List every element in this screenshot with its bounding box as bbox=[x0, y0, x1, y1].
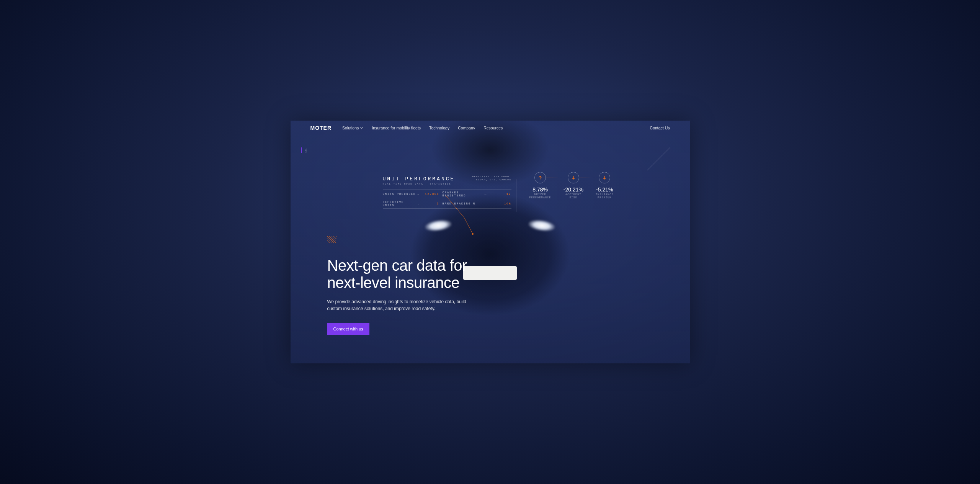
headlight-right bbox=[528, 218, 555, 232]
section-marker: 01 bbox=[301, 147, 308, 153]
hud-row: UNITS PRODUCED → 12,808 CRASHES REGISTER… bbox=[383, 189, 511, 199]
section-marker-text: 01 bbox=[304, 148, 308, 152]
metric-value: 8.78% bbox=[532, 186, 548, 193]
metric-connector bbox=[546, 178, 558, 178]
metric-label: DRIVER PERFORMANCE bbox=[529, 193, 551, 200]
nav-item-label: Technology bbox=[429, 126, 449, 130]
chevron-down-icon bbox=[360, 126, 363, 129]
metric-value: -5.21% bbox=[596, 186, 613, 193]
metric-label: ACCIDENT RISK bbox=[565, 193, 581, 200]
connect-button[interactable]: Connect with us bbox=[327, 323, 369, 335]
headlight-left bbox=[424, 218, 452, 232]
hero-page: MOTER Solutions Insurance for mobility f… bbox=[291, 121, 690, 363]
nav-item-label: Insurance for mobility fleets bbox=[372, 126, 421, 130]
hud-row-value-left: 12,808 bbox=[424, 193, 443, 196]
frame-corner-tr bbox=[647, 147, 670, 170]
hero-block: Next-gen car data for next-level insuran… bbox=[327, 257, 473, 335]
arrow-right-icon: → bbox=[417, 193, 424, 196]
metric-value: -20.21% bbox=[564, 186, 583, 193]
hud-panel: UNIT PERFORMANCE REAL-TIME ROAD DATA · S… bbox=[378, 172, 516, 212]
hud-source-line1: REAL-TIME DATA FROM: bbox=[472, 175, 511, 178]
hud-rows: UNITS PRODUCED → 12,808 CRASHES REGISTER… bbox=[383, 189, 511, 209]
hud-subtitle: REAL-TIME ROAD DATA · STATISTICS bbox=[383, 183, 511, 185]
contact-link[interactable]: Contact Us bbox=[650, 126, 670, 130]
hud-row-label-right: HARD BRAKING % bbox=[443, 202, 485, 205]
hud-row-value-right: 16% bbox=[492, 202, 511, 205]
nav-item-company[interactable]: Company bbox=[458, 126, 475, 130]
navbar: MOTER Solutions Insurance for mobility f… bbox=[291, 121, 690, 135]
hud-row: DEFECTIVE UNITS → 3 HARD BRAKING % → 16% bbox=[383, 199, 511, 209]
nav-item-resources[interactable]: Resources bbox=[483, 126, 503, 130]
hud-row-value-left: 3 bbox=[424, 202, 443, 205]
arrow-up-icon bbox=[534, 172, 546, 183]
hud-source-note: REAL-TIME DATA FROM: LIDAR, GPS, CAMERA bbox=[472, 175, 511, 182]
hud-row-label-left: UNITS PRODUCED bbox=[383, 193, 417, 196]
arrow-right-icon: → bbox=[485, 193, 492, 196]
nav-item-label: Company bbox=[458, 126, 475, 130]
brand-logo[interactable]: MOTER bbox=[310, 125, 332, 131]
hud-row-label-right: CRASHES REGISTERED bbox=[443, 191, 485, 197]
nav-links: Solutions Insurance for mobility fleets … bbox=[342, 126, 503, 130]
nav-item-label: Resources bbox=[483, 126, 503, 130]
arrow-down-icon bbox=[599, 172, 610, 183]
metric-insurance-premium: -5.21% INSURANCE PREMIUM bbox=[596, 172, 614, 200]
hud-row-value-right: 12 bbox=[492, 193, 511, 196]
nav-item-insurance-fleets[interactable]: Insurance for mobility fleets bbox=[372, 126, 421, 130]
section-marker-bar bbox=[301, 147, 302, 153]
hero-subtitle: We provide advanced driving insights to … bbox=[327, 298, 473, 312]
arrow-down-icon bbox=[568, 172, 579, 183]
arrow-right-icon: → bbox=[417, 202, 424, 206]
metric-accident-risk: -20.21% ACCIDENT RISK bbox=[564, 172, 583, 200]
svg-point-0 bbox=[472, 233, 474, 235]
nav-right: Contact Us bbox=[639, 121, 670, 135]
metric-driver-performance: 8.78% DRIVER PERFORMANCE bbox=[529, 172, 551, 200]
metric-connector bbox=[579, 178, 591, 178]
hero-title: Next-gen car data for next-level insuran… bbox=[327, 257, 473, 291]
nav-item-technology[interactable]: Technology bbox=[429, 126, 449, 130]
metrics-row: 8.78% DRIVER PERFORMANCE -20.21% ACCIDEN… bbox=[529, 172, 614, 200]
nav-item-label: Solutions bbox=[342, 126, 359, 130]
metric-label: INSURANCE PREMIUM bbox=[596, 193, 614, 200]
arrow-right-icon: → bbox=[485, 202, 492, 206]
hud-row-label-left: DEFECTIVE UNITS bbox=[383, 201, 417, 207]
nav-item-solutions[interactable]: Solutions bbox=[342, 126, 363, 130]
hud-source-line2: LIDAR, GPS, CAMERA bbox=[472, 178, 511, 182]
accent-hatch bbox=[327, 236, 336, 243]
